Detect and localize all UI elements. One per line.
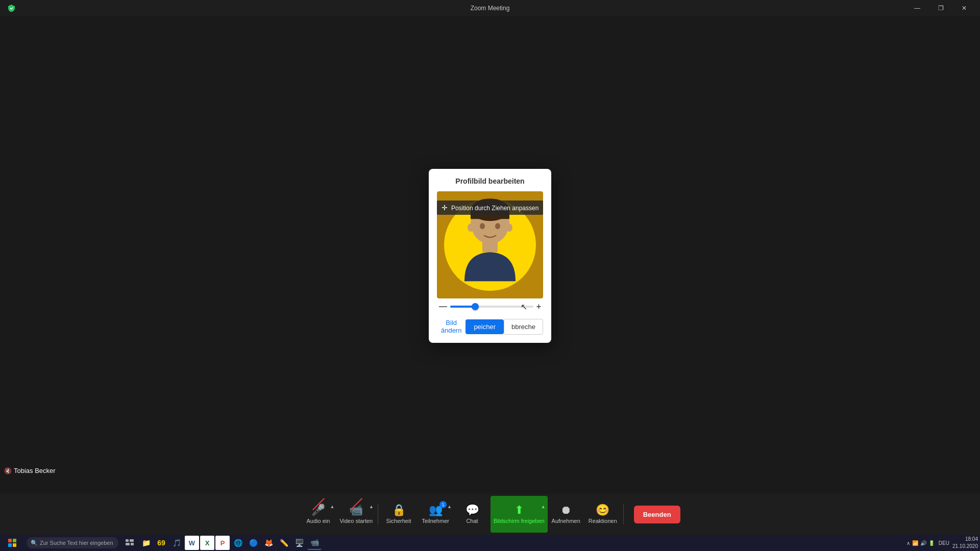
- toolbar-video[interactable]: 📹 Video starten ▲: [336, 496, 376, 533]
- draw-icon[interactable]: ✏️: [277, 536, 291, 550]
- audio-arrow: ▲: [330, 504, 334, 509]
- zoom-icon[interactable]: 📹: [307, 536, 322, 550]
- zoom-slider-row: — ↖ +: [437, 298, 543, 313]
- browser2-icon[interactable]: 🦊: [261, 536, 276, 550]
- video-icon-wrap: 📹: [349, 505, 363, 516]
- toolbar-reactions[interactable]: 😊 Reaktionen: [584, 496, 621, 533]
- svg-rect-12: [126, 539, 129, 542]
- minimize-button[interactable]: —: [905, 0, 929, 16]
- files-icon[interactable]: 📁: [139, 536, 153, 550]
- modal-overlay: Profilbild bearbeiten: [0, 16, 980, 495]
- task-view-button[interactable]: [122, 536, 137, 550]
- date: 21.10.2020: [952, 543, 978, 550]
- participants-label: Teilnehmer: [422, 518, 449, 524]
- close-button[interactable]: ✕: [952, 0, 976, 16]
- taskbar-apps: 📁 69 🎵 W X P 🌐 🔵 🦊 ✏️ 🖥️ 📹: [139, 536, 902, 550]
- language-indicator: DEU: [939, 540, 949, 546]
- edit-profile-dialog: Profilbild bearbeiten: [429, 169, 551, 343]
- clock: 18:04: [952, 536, 978, 543]
- zoom-slider-track[interactable]: ↖: [450, 306, 533, 308]
- screenshare-arrow: ▲: [541, 504, 546, 509]
- cursor-icon: ↖: [521, 302, 527, 311]
- person-avatar: [454, 194, 526, 291]
- chat-label: Chat: [466, 518, 478, 524]
- music-icon[interactable]: 🎵: [169, 536, 184, 550]
- restore-button[interactable]: ❐: [929, 0, 952, 16]
- divider-2: [623, 504, 624, 524]
- svg-rect-10: [8, 543, 12, 547]
- start-button[interactable]: [0, 535, 24, 551]
- end-meeting-button[interactable]: Beenden: [634, 506, 680, 523]
- battery-icon: 🔋: [928, 540, 935, 546]
- toolbar-participants[interactable]: 👥 1 Teilnehmer ▲: [417, 496, 454, 533]
- edge-icon[interactable]: 🌐: [231, 536, 245, 550]
- record-label: Aufnehmen: [552, 518, 580, 524]
- participants-badge: 1: [439, 501, 447, 508]
- dialog-title: Profilbild bearbeiten: [437, 177, 543, 185]
- taskbar-search-text: Zur Suche Text hier eingeben: [40, 540, 113, 546]
- zoom-minus-button[interactable]: —: [439, 303, 447, 311]
- security-label: Sicherheit: [386, 518, 411, 524]
- reactions-icon: 😊: [596, 505, 609, 516]
- change-image-button[interactable]: Bild ändern: [437, 319, 465, 334]
- svg-rect-15: [131, 543, 134, 545]
- powerpoint-icon[interactable]: P: [215, 536, 230, 550]
- window-controls: — ❐ ✕: [905, 0, 976, 16]
- taskbar-search[interactable]: 🔍 Zur Suche Text hier eingeben: [27, 537, 118, 548]
- svg-rect-13: [130, 539, 134, 542]
- toolbar-audio[interactable]: 🎤 Audio ein ▲: [300, 496, 336, 533]
- window-title: Zoom Meeting: [471, 5, 510, 12]
- screenshare-label: Bildschirm freigeben: [494, 518, 545, 524]
- image-editor[interactable]: ✛ Position durch Ziehen anpassen: [437, 191, 543, 298]
- svg-rect-8: [8, 539, 12, 542]
- taskbar-time: 18:04 21.10.2020: [952, 536, 978, 550]
- svg-rect-2: [471, 210, 509, 219]
- notes-icon[interactable]: 69: [154, 536, 168, 550]
- dialog-buttons: Bild ändern peicher bbreche: [437, 319, 543, 335]
- chat-icon: 💬: [465, 505, 479, 516]
- svg-rect-9: [13, 539, 16, 542]
- svg-point-4: [480, 223, 485, 229]
- toolbar-security[interactable]: 🔒 Sicherheit: [380, 496, 417, 533]
- chrome-icon[interactable]: 🔵: [246, 536, 260, 550]
- participants-arrow: ▲: [447, 504, 452, 509]
- toolbar-screenshare[interactable]: ⬆ Bildschirm freigeben ▲: [491, 496, 548, 533]
- video-arrow: ▲: [369, 504, 374, 509]
- shield-icon: [6, 3, 16, 13]
- zoom-slider-thumb[interactable]: [472, 303, 479, 310]
- video-icon: 📹: [349, 504, 363, 516]
- screen-icon[interactable]: 🖥️: [292, 536, 306, 550]
- system-tray: ∧ 📶 🔊 🔋: [902, 540, 939, 546]
- zoom-plus-button[interactable]: +: [536, 303, 541, 311]
- svg-point-7: [506, 223, 512, 232]
- taskbar: 🔍 Zur Suche Text hier eingeben 📁 69 🎵 W …: [0, 535, 980, 551]
- save-button[interactable]: peicher: [465, 319, 504, 334]
- screenshare-icon: ⬆: [514, 505, 524, 516]
- video-label: Video starten: [339, 518, 373, 524]
- svg-rect-11: [13, 543, 16, 547]
- record-icon: ⏺: [560, 505, 572, 516]
- network-icon: 📶: [912, 540, 918, 546]
- volume-icon: 🔊: [920, 540, 926, 546]
- word-icon[interactable]: W: [185, 536, 199, 550]
- svg-point-6: [468, 223, 474, 232]
- search-icon: 🔍: [31, 540, 38, 546]
- toolbar-chat[interactable]: 💬 Chat: [454, 496, 491, 533]
- move-icon: ✛: [442, 204, 448, 212]
- security-icon: 🔒: [392, 505, 406, 516]
- audio-icon-wrap: 🎤: [311, 505, 325, 516]
- svg-rect-14: [126, 543, 130, 545]
- tray-expand[interactable]: ∧: [906, 540, 910, 546]
- svg-point-5: [495, 223, 500, 229]
- cancel-button[interactable]: bbreche: [504, 319, 543, 335]
- svg-rect-3: [482, 242, 498, 252]
- audio-label: Audio ein: [306, 518, 330, 524]
- toolbar: 🎤 Audio ein ▲ 📹 Video starten ▲ 🔒 Sicher…: [0, 494, 980, 535]
- reactions-label: Reaktionen: [589, 518, 617, 524]
- divider-1: [378, 504, 378, 524]
- title-bar: Zoom Meeting — ❐ ✕: [0, 0, 980, 16]
- excel-icon[interactable]: X: [200, 536, 214, 550]
- toolbar-record[interactable]: ⏺ Aufnehmen: [548, 496, 584, 533]
